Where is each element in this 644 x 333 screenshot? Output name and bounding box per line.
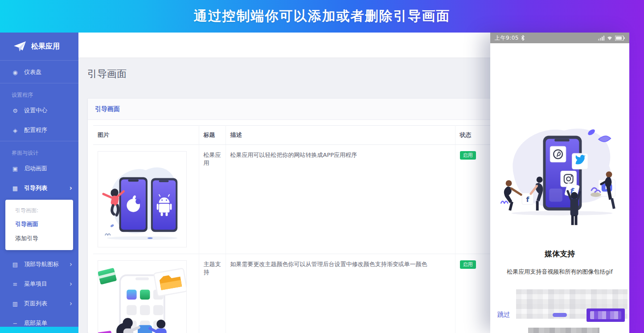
sidebar-item-menu-items[interactable]: ≡ 菜单项目 › <box>0 274 78 294</box>
submenu-group-label: 引导画面: <box>5 204 73 217</box>
sidebar-item-dashboard[interactable]: ◉ 仪表盘 <box>0 62 78 82</box>
sidebar-item-top-nav-icons[interactable]: ▤ 顶部导航图标 › <box>0 255 78 274</box>
divider <box>0 60 78 61</box>
phone-screen-title: 媒体支持 <box>490 249 629 259</box>
app-logo[interactable]: 松果应用 <box>0 33 78 59</box>
submenu-item-add-guide[interactable]: 添加引导 <box>5 231 73 246</box>
chevron-right-icon: › <box>70 300 72 308</box>
sidebar-section-settings: 设置程序 <box>0 85 78 101</box>
guide-title-cell: 主题支持 <box>199 254 226 333</box>
phone-statusbar: 上午9:05 <box>490 33 629 43</box>
divider <box>0 141 78 141</box>
sidebar: 松果应用 ◉ 仪表盘 设置程序 ⚙ 设置中心 ◈ 配置程序 界面与设计 ▣ 启动… <box>0 33 78 327</box>
sidebar-item-label: 菜单项目 <box>24 280 47 288</box>
chevron-right-icon: › <box>70 280 72 288</box>
next-button[interactable] <box>587 308 625 322</box>
chevron-right-icon: › <box>70 184 72 192</box>
sidebar-item-configure-app[interactable]: ◈ 配置程序 <box>0 120 78 140</box>
sidebar-item-page-list[interactable]: ▥ 页面列表 › <box>0 294 78 313</box>
sidebar-item-label: 设置中心 <box>24 107 47 115</box>
top-nav-icon: ▤ <box>12 261 19 268</box>
submenu-item-guide-screen[interactable]: 引导画面 <box>5 217 73 231</box>
divider <box>0 83 78 83</box>
minus-icon: − <box>12 320 19 327</box>
guide-image-phones <box>98 151 187 247</box>
status-badge: 启用 <box>460 260 476 269</box>
sidebar-item-guide-list[interactable]: ▦ 引导列表 › <box>0 178 78 198</box>
page-indicator <box>553 313 567 317</box>
battery-icon <box>615 36 625 41</box>
phone-preview: 上午9:05 <box>490 33 629 333</box>
blurred-button-label <box>590 311 621 319</box>
sidebar-item-label: 配置程序 <box>24 126 47 134</box>
sidebar-item-splash-screen[interactable]: ▣ 启动画面 <box>0 159 78 178</box>
bluetooth-icon <box>521 35 525 41</box>
page-list-icon: ▥ <box>12 300 19 307</box>
sidebar-item-bottom-menu[interactable]: − 底部菜单 <box>0 313 78 333</box>
skip-link[interactable]: 跳过 <box>497 311 510 319</box>
guide-desc-cell: 如果需要更改主题颜色你可以从管理后台设置中修改颜色支持渐变或单一颜色 <box>226 254 455 333</box>
guide-list-icon: ▦ <box>12 185 19 192</box>
splash-icon: ▣ <box>12 165 19 172</box>
blurred-bottom-bar <box>528 328 599 333</box>
sidebar-item-settings-center[interactable]: ⚙ 设置中心 <box>0 101 78 120</box>
guide-title-cell: 松果应用 <box>199 145 226 254</box>
sidebar-item-label: 页面列表 <box>24 300 47 308</box>
svg-text:f: f <box>526 195 529 204</box>
guide-list-submenu: 引导画面: 引导画面 添加引导 <box>5 200 73 250</box>
sidebar-item-label: 顶部导航图标 <box>24 260 59 268</box>
configure-icon: ◈ <box>12 127 19 134</box>
gear-icon: ⚙ <box>12 107 19 114</box>
phone-bottom-bar: 跳过 <box>490 288 629 333</box>
status-badge: 启用 <box>460 151 476 160</box>
column-header-image: 图片 <box>93 126 199 145</box>
paper-plane-icon <box>13 41 27 52</box>
wifi-icon <box>607 36 613 41</box>
guide-desc-cell: 松果应用可以轻松把你的网站转换成APP应用程序 <box>226 145 455 254</box>
card-title: 引导画面 <box>95 105 120 113</box>
signal-icon <box>598 36 604 41</box>
sidebar-item-label: 启动画面 <box>24 164 47 173</box>
column-header-title: 标题 <box>199 126 226 145</box>
sidebar-section-ui-design: 界面与设计 <box>0 143 78 159</box>
sidebar-item-label: 引导列表 <box>24 184 47 192</box>
sidebar-item-label: 底部菜单 <box>24 319 47 327</box>
top-banner: 通过控制端你可以添加或者删除引导画面 <box>0 0 644 33</box>
phone-screen-subtitle: 松果应用支持音视频和所有的图像包括gif <box>490 268 629 276</box>
app-name: 松果应用 <box>31 42 60 51</box>
menu-list-icon: ≡ <box>12 281 19 288</box>
chevron-right-icon: › <box>70 260 72 268</box>
sidebar-item-label: 仪表盘 <box>24 68 41 76</box>
status-time: 上午9:05 <box>495 34 519 42</box>
dashboard-icon: ◉ <box>12 69 19 76</box>
guide-image-app-icons <box>98 260 187 333</box>
column-header-desc: 描述 <box>226 126 455 145</box>
banner-text: 通过控制端你可以添加或者删除引导画面 <box>194 7 451 25</box>
media-support-illustration: f f <box>494 113 626 229</box>
